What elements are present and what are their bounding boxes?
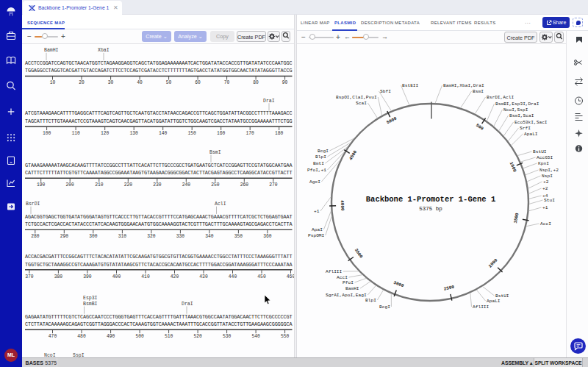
- svg-text:AccI: AccI: [337, 275, 348, 280]
- svg-text:240: 240: [182, 182, 191, 188]
- svg-text:TCTGCCACTCGACCACTATACCCTATCACA: TCTGCCACTCGACCACTATACCCTATCACAAGTGGGAACA…: [25, 221, 293, 227]
- svg-text:160: 160: [217, 131, 226, 136]
- svg-text:150: 150: [188, 131, 197, 136]
- svg-text:260: 260: [240, 182, 249, 188]
- svg-text:BspOI,ClaI,PvuI: BspOI,ClaI,PvuI: [336, 95, 377, 100]
- svg-text:ATCGTAAAGAACATTTTGAGGCATTTCAGT: ATCGTAAAGAACATTTTGAGGCATTTCAGTCAGTTGCTCA…: [25, 110, 293, 116]
- svg-text:2500: 2500: [443, 285, 455, 292]
- svg-text:300: 300: [89, 234, 98, 239]
- svg-text:350: 350: [234, 234, 243, 239]
- svg-text:AflIII: AflIII: [473, 304, 490, 310]
- svg-text:50: 50: [166, 80, 172, 85]
- svg-text:520: 520: [193, 334, 202, 339]
- svg-text:280: 280: [31, 234, 40, 239]
- svg-text:BsrDI: BsrDI: [26, 202, 40, 207]
- svg-text:AgeI: AgeI: [309, 179, 320, 185]
- svg-text:390: 390: [83, 274, 92, 279]
- svg-text:540: 540: [251, 334, 260, 339]
- svg-text:3500: 3500: [354, 248, 364, 260]
- svg-text:2000: 2000: [487, 257, 498, 269]
- svg-text:TGGTGCTGCTAAAGGCCGTCAAAGATGTGT: TGGTGCTGCTAAAGGCCGTCAAAGATGTGTATATAAGCGT…: [25, 262, 293, 268]
- svg-text:BcgI: BcgI: [318, 149, 329, 154]
- svg-text:5375 bp: 5375 bp: [419, 206, 442, 212]
- svg-text:230: 230: [153, 182, 162, 188]
- svg-text:NspI: NspI: [542, 174, 553, 179]
- svg-text:430: 430: [199, 274, 208, 279]
- svg-text:PfoI: PfoI: [343, 280, 354, 285]
- svg-text:270: 270: [269, 182, 278, 188]
- svg-text:ACCTCCGGATCCAGTGCTAACATGGTCTAG: ACCTCCGGATCCAGTGCTAACATGGTCTAGAAGGAGGTCA…: [25, 60, 293, 66]
- svg-text:530: 530: [223, 334, 232, 339]
- svg-text:TAGCATTTCTTGTAAAACTCCGTAAAGTCA: TAGCATTTCTTGTAAAACTCCGTAAAGTCAGTCAACGAGT…: [25, 118, 293, 124]
- svg-text:BamHI: BamHI: [345, 286, 359, 291]
- svg-text:1000: 1000: [509, 161, 517, 173]
- svg-text:3000: 3000: [392, 280, 404, 289]
- svg-text:+2: +2: [542, 186, 548, 191]
- svg-text:BsmI,ScaI: BsmI,ScaI: [509, 113, 534, 118]
- svg-text:TGGAGGCCTAGGTCACGATTGTACCAGATC: TGGAGGCCTAGGTCACGATTGTACCAGATCTTCCTCCAGT…: [25, 68, 293, 74]
- svg-text:ApaLI: ApaLI: [524, 132, 538, 137]
- svg-text:BsmI: BsmI: [473, 89, 484, 94]
- svg-text:AclI: AclI: [215, 202, 226, 207]
- svg-text:BsmBI,Esp3I,DraI: BsmBI,Esp3I,DraI: [495, 101, 539, 107]
- svg-text:200: 200: [66, 182, 75, 188]
- svg-text:StuI: StuI: [544, 198, 555, 203]
- svg-text:NcoI,SspI: NcoI,SspI: [503, 107, 528, 113]
- svg-text:440: 440: [229, 274, 237, 279]
- svg-text:BsrDI,AclI: BsrDI,AclI: [487, 95, 514, 100]
- svg-text:470: 470: [49, 334, 57, 339]
- svg-text:90: 90: [282, 80, 288, 85]
- svg-text:GTAAAGAAAAATAAGCACAAGTTTTATCCG: GTAAAGAAAAATAAGCACAAGTTTTATCCGGCCTTTATTC…: [25, 163, 293, 168]
- svg-text:ApaI: ApaI: [312, 227, 323, 232]
- svg-text:400: 400: [112, 274, 121, 279]
- svg-text:SbfI: SbfI: [380, 89, 391, 94]
- svg-text:BstEII: BstEII: [402, 83, 419, 88]
- svg-text:410: 410: [141, 274, 150, 279]
- svg-text:370: 370: [25, 274, 34, 279]
- svg-text:4000: 4000: [340, 200, 345, 211]
- svg-text:BlpI: BlpI: [315, 154, 326, 160]
- svg-text:460: 460: [287, 274, 294, 279]
- svg-text:DraI: DraI: [263, 99, 275, 104]
- svg-text:340: 340: [205, 234, 214, 239]
- svg-text:550: 550: [281, 334, 290, 339]
- svg-text:220: 220: [124, 182, 133, 188]
- svg-text:BstUI: BstUI: [533, 149, 547, 154]
- svg-text:100: 100: [43, 131, 51, 136]
- svg-text:60: 60: [195, 80, 201, 85]
- svg-text:XbaI: XbaI: [98, 48, 110, 53]
- svg-text:Eco53kI,SacI: Eco53kI,SacI: [514, 120, 548, 125]
- svg-text:BmtI: BmtI: [313, 161, 324, 166]
- svg-text:BsmBI: BsmBI: [83, 302, 98, 307]
- svg-text:310: 310: [118, 234, 127, 239]
- svg-text:CATTTCTTTTTATTCGTGTTCAAAATAGGC: CATTTCTTTTTATTCGTGTTCAAAATAGGCCGGAAATAAG…: [25, 170, 293, 176]
- svg-text:180: 180: [275, 131, 284, 136]
- svg-text:380: 380: [54, 274, 63, 279]
- svg-text:190: 190: [37, 182, 46, 188]
- svg-text:360: 360: [263, 234, 272, 239]
- svg-text:AGACGGTGAGCTGGTGATATGGGATAGTGT: AGACGGTGAGCTGGTGATATGGGATAGTGTTCACCCTTGT…: [25, 214, 293, 220]
- svg-text:ACCACGACGATTTCCGGCAGTTTCTACACA: ACCACGACGATTTCCGGCAGTTTCTACACATATATTCGCA…: [25, 254, 293, 260]
- svg-text:70: 70: [224, 80, 230, 85]
- svg-text:ApaLI: ApaLI: [487, 299, 501, 304]
- svg-text:80: 80: [253, 80, 259, 85]
- svg-text:320: 320: [147, 234, 156, 239]
- svg-text:250: 250: [211, 182, 220, 188]
- svg-text:10: 10: [50, 80, 56, 85]
- svg-text:1500: 1500: [513, 213, 520, 224]
- svg-text:130: 130: [130, 131, 139, 136]
- svg-text:+2: +2: [543, 179, 549, 185]
- svg-text:BsmI: BsmI: [209, 150, 221, 155]
- svg-text:ScaI: ScaI: [356, 101, 367, 106]
- svg-text:Esp3I: Esp3I: [83, 296, 98, 301]
- svg-text:420: 420: [171, 274, 179, 279]
- svg-text:330: 330: [176, 234, 185, 239]
- svg-text:CTCTTATACAAAAAGCAGAGTCGGTTAGGG: CTCTTATACAAAAAGCAGAGTCGGTTAGGGACCCACTCAA…: [25, 321, 293, 327]
- svg-text:290: 290: [60, 234, 69, 239]
- svg-text:5000: 5000: [386, 116, 398, 126]
- svg-text:120: 120: [101, 131, 110, 136]
- svg-text:BamHI,XbaI,DraI: BamHI,XbaI,DraI: [443, 83, 484, 88]
- svg-text:110: 110: [71, 131, 80, 136]
- svg-text:170: 170: [246, 131, 255, 136]
- svg-text:KpnI: KpnI: [538, 161, 549, 166]
